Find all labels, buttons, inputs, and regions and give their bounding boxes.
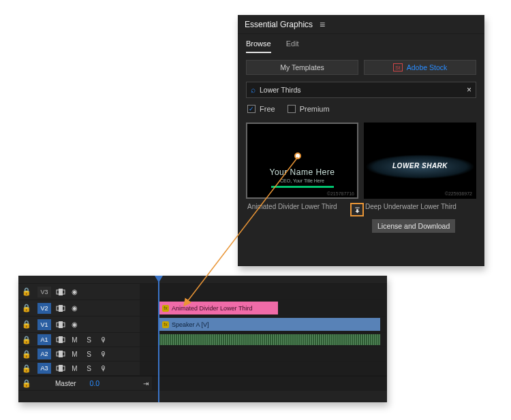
- premium-label: Premium: [300, 105, 330, 113]
- track-row-v2: 🔒 V2 ◉ fx Animated Divider Lower Third: [18, 300, 387, 317]
- clip-audio[interactable]: [159, 334, 380, 345]
- lock-toggle[interactable]: 🔒: [18, 336, 35, 344]
- lock-toggle[interactable]: 🔒: [18, 304, 35, 312]
- clip-video[interactable]: fx Speaker A [V]: [159, 318, 380, 331]
- svg-rect-1: [59, 289, 63, 295]
- panel-tabs: Browse Edit: [238, 34, 484, 53]
- template-thumbnail: LOWER SHARK ©225936972: [364, 123, 476, 199]
- download-icon: [354, 206, 361, 214]
- template-thumbnail: Your Name Here CEO, Your Title Here ©215…: [246, 123, 358, 199]
- track-clips-v1[interactable]: fx Speaker A [V]: [140, 317, 387, 332]
- lock-icon: 🔒: [22, 364, 31, 373]
- mute-toggle[interactable]: M: [69, 350, 80, 359]
- mute-toggle[interactable]: M: [69, 336, 80, 344]
- thumb-id: ©225936972: [445, 191, 472, 196]
- svg-rect-7: [59, 336, 63, 343]
- fx-badge-icon: fx: [162, 305, 169, 312]
- voiceover-toggle[interactable]: 🎙: [98, 364, 108, 373]
- fx-toggle[interactable]: [55, 287, 65, 296]
- template-card[interactable]: Your Name Here CEO, Your Title Here ©215…: [246, 123, 358, 214]
- lock-icon: 🔒: [22, 320, 31, 329]
- source-buttons: My Templates St Adobe Stock: [238, 53, 484, 79]
- track-selector-v1[interactable]: V1: [37, 319, 51, 330]
- track-row-v3: 🔒 V3 ◉: [18, 284, 387, 300]
- panel-header: Essential Graphics ≡: [238, 15, 484, 34]
- track-clips-v2[interactable]: fx Animated Divider Lower Third: [140, 300, 387, 316]
- free-checkbox[interactable]: Free: [247, 105, 275, 113]
- download-button[interactable]: [350, 203, 364, 216]
- clip-graphic[interactable]: fx Animated Divider Lower Third: [159, 302, 278, 314]
- adobe-stock-label: Adobe Stock: [407, 63, 448, 71]
- search-input[interactable]: [260, 86, 463, 94]
- fx-toggle[interactable]: [55, 350, 65, 359]
- track-selector-a1[interactable]: A1: [37, 334, 51, 345]
- lock-toggle[interactable]: 🔒: [18, 350, 35, 359]
- fx-toggle[interactable]: [55, 320, 65, 329]
- track-row-master: 🔒 Master 0.0 ⇥: [18, 376, 387, 391]
- lock-toggle[interactable]: 🔒: [18, 320, 35, 329]
- license-download-tooltip: License and Download: [372, 219, 455, 233]
- tab-browse[interactable]: Browse: [246, 39, 271, 53]
- lock-icon: 🔒: [22, 379, 31, 388]
- track-selector-a3[interactable]: A3: [37, 363, 51, 374]
- checkbox-icon: [288, 105, 296, 113]
- solo-toggle[interactable]: S: [84, 364, 94, 373]
- free-label: Free: [260, 105, 275, 113]
- thumb-text: LOWER SHARK: [392, 162, 448, 169]
- clip-label: Animated Divider Lower Third: [172, 305, 252, 312]
- timeline-ruler[interactable]: [18, 276, 387, 284]
- track-clips-a2[interactable]: [140, 347, 387, 361]
- clear-search-icon[interactable]: ×: [467, 85, 471, 95]
- eye-toggle[interactable]: ◉: [69, 320, 80, 329]
- eye-toggle[interactable]: ◉: [69, 304, 80, 312]
- thumb-subtext: CEO, Your Title Here: [280, 178, 324, 183]
- voiceover-toggle[interactable]: 🎙: [98, 350, 108, 359]
- track-row-a1: 🔒 A1 M S 🎙: [18, 333, 387, 347]
- panel-title: Essential Graphics: [245, 20, 313, 29]
- lock-toggle[interactable]: 🔒: [18, 287, 35, 296]
- lock-icon: 🔒: [22, 304, 31, 312]
- fx-badge-icon: fx: [162, 321, 169, 328]
- track-clips-a1[interactable]: [140, 333, 387, 346]
- lock-toggle[interactable]: 🔒: [18, 379, 35, 388]
- track-clips-v3[interactable]: [140, 284, 387, 300]
- collapse-icon[interactable]: ⇥: [141, 379, 151, 388]
- panel-menu-icon[interactable]: ≡: [320, 20, 325, 29]
- my-templates-button[interactable]: My Templates: [246, 60, 358, 75]
- fx-toggle[interactable]: [55, 336, 65, 344]
- lock-icon: 🔒: [22, 287, 31, 296]
- voiceover-toggle[interactable]: 🎙: [98, 336, 108, 344]
- svg-rect-11: [59, 365, 63, 372]
- svg-rect-3: [59, 305, 63, 312]
- mute-toggle[interactable]: M: [69, 364, 80, 373]
- template-caption: Deep Underwater Lower Third: [364, 199, 476, 214]
- lock-icon: 🔒: [22, 336, 31, 344]
- template-card[interactable]: LOWER SHARK ©225936972 Deep Underwater L…: [364, 123, 476, 214]
- track-clips-a3[interactable]: [140, 361, 387, 375]
- lock-toggle[interactable]: 🔒: [18, 364, 35, 373]
- track-clips-master: [152, 376, 387, 390]
- thumb-divider: [271, 186, 334, 188]
- track-selector-v2[interactable]: V2: [37, 303, 51, 314]
- track-selector-a2[interactable]: A2: [37, 349, 51, 359]
- clip-label: Speaker A [V]: [172, 321, 209, 328]
- tab-edit[interactable]: Edit: [286, 39, 299, 53]
- master-level[interactable]: 0.0: [90, 379, 100, 387]
- eye-toggle[interactable]: ◉: [69, 287, 80, 296]
- search-field[interactable]: ⌕ ×: [246, 82, 476, 98]
- search-icon: ⌕: [251, 85, 256, 95]
- solo-toggle[interactable]: S: [84, 336, 94, 344]
- track-row-v1: 🔒 V1 ◉ fx Speaker A [V]: [18, 317, 387, 333]
- solo-toggle[interactable]: S: [84, 350, 94, 359]
- track-row-a2: 🔒 A2 M S 🎙: [18, 347, 387, 361]
- essential-graphics-panel: Essential Graphics ≡ Browse Edit My Temp…: [238, 15, 484, 266]
- track-selector-v3[interactable]: V3: [37, 287, 51, 297]
- fx-toggle[interactable]: [55, 304, 65, 312]
- stock-badge-icon: St: [393, 63, 403, 71]
- premium-checkbox[interactable]: Premium: [288, 105, 330, 113]
- svg-rect-5: [59, 321, 63, 328]
- fx-toggle[interactable]: [55, 364, 65, 373]
- template-caption: Animated Divider Lower Third: [246, 199, 358, 214]
- annotation-dot: [294, 152, 301, 159]
- adobe-stock-button[interactable]: St Adobe Stock: [364, 60, 476, 75]
